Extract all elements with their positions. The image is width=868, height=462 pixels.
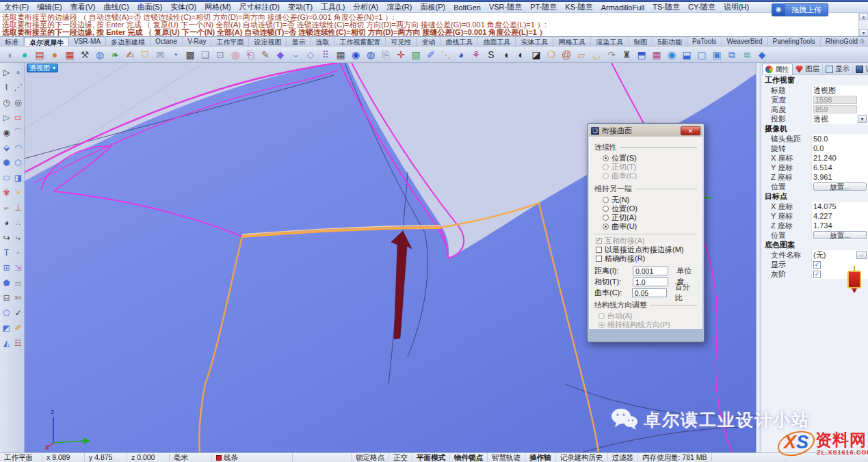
toolbar-tab[interactable]: RhinoGold — [821, 37, 863, 46]
property-row[interactable]: 位置 放置... 放置... 放置... 放置... ▾ ... — [762, 230, 868, 240]
toolbar-icon[interactable]: ◉ — [348, 48, 363, 62]
panel-scrollbar[interactable] — [757, 63, 761, 452]
menu-item[interactable]: ArmadilloFull — [597, 3, 649, 12]
toolbar-icon[interactable]: ● — [47, 48, 62, 62]
toolbar-tab[interactable]: 可见性 — [386, 37, 417, 46]
menu-item[interactable]: PT-随意 — [526, 2, 561, 12]
property-row[interactable]: Z 座标 3.961 3.961 3.961 3.961 ▾ ... — [762, 172, 868, 182]
tool-icon[interactable]: ✓ — [12, 305, 24, 321]
dialog-title-bar[interactable]: ❏ 衔接曲面 ✕ — [589, 125, 702, 137]
property-value[interactable]: 14.075 — [813, 202, 837, 210]
property-row[interactable]: 标题 透视图 透视图 透视图 透视图 ▾ ... — [762, 85, 868, 95]
gear-icon[interactable]: ⚙ — [859, 38, 865, 45]
toolbar-icon[interactable]: ◍ — [92, 48, 107, 62]
tool-icon[interactable]: ◎ — [12, 95, 24, 110]
status-toggle[interactable]: 记录建构历史 — [556, 453, 608, 462]
linetype-cell[interactable]: 线条 — [212, 453, 293, 462]
toolbar-icon[interactable]: ● — [17, 48, 32, 62]
tool-icon[interactable]: ∘ — [12, 65, 24, 80]
toolbar-icon[interactable]: ❏ — [198, 48, 213, 62]
toolbar-icon[interactable]: ⎗ — [243, 48, 258, 62]
toolbar-icon[interactable]: ▣ — [709, 48, 724, 62]
menu-item[interactable]: 查看(V) — [66, 2, 100, 12]
toolbar-tab[interactable]: 制图 — [629, 37, 653, 46]
toolbar-tab[interactable]: 曲面工具 — [478, 37, 516, 46]
status-toggle[interactable]: 正交 — [389, 453, 412, 462]
tool-icon[interactable]: T — [1, 245, 12, 260]
toolbar-tab[interactable]: PanelingTools — [768, 37, 821, 46]
toolbar-tab[interactable]: WeaverBird — [722, 37, 768, 46]
property-value[interactable]: 50.0 — [813, 135, 828, 143]
menu-item[interactable]: 实体(O) — [166, 2, 200, 12]
tool-icon[interactable]: ⊞ — [1, 260, 12, 275]
status-toggle[interactable]: 物件锁点 — [450, 453, 488, 462]
property-value[interactable]: 透视图 — [813, 85, 836, 96]
radio-option[interactable]: 曲率(U) — [603, 222, 697, 231]
value-input[interactable]: 0.001 — [633, 267, 668, 275]
menu-item[interactable]: BoltGen — [449, 3, 485, 12]
property-value[interactable]: 1.734 — [813, 221, 832, 230]
property-row[interactable]: 底色图案 ▾ ... — [762, 240, 868, 250]
toolbar-icon[interactable]: ❧ — [107, 48, 122, 62]
toolbar-icon[interactable]: ◉ — [664, 48, 679, 62]
tool-icon[interactable]: ◷ — [1, 95, 12, 110]
menu-item[interactable]: TS-随意 — [648, 2, 684, 12]
toolbar-icon[interactable]: ⎘ — [378, 48, 393, 62]
tool-icon[interactable]: ⌇ — [1, 80, 12, 95]
checkbox[interactable]: ✓ — [813, 261, 821, 269]
menu-item[interactable]: 面板(P) — [416, 2, 449, 12]
toolbar-icon[interactable]: ⬓ — [679, 48, 694, 62]
tool-icon[interactable]: ⌐ — [1, 200, 12, 215]
toolbar-tab[interactable]: 实体工具 — [516, 37, 553, 46]
tool-icon[interactable]: ⤷ — [12, 230, 24, 245]
status-cell[interactable]: 毫米 — [170, 453, 212, 462]
toolbar-icon[interactable]: ≋ — [739, 48, 754, 62]
property-value[interactable]: 0.0 — [813, 144, 824, 152]
tool-icon[interactable]: ⋰ — [12, 80, 24, 95]
radio-option[interactable]: 曲率(C) — [603, 172, 697, 180]
tool-icon[interactable]: ⬟ — [1, 275, 12, 290]
toolbar-icon[interactable]: ⧉ — [724, 48, 739, 62]
menu-item[interactable]: 说明(H) — [720, 2, 753, 12]
property-row[interactable]: X 座标 14.075 14.075 14.075 14.075 ▾ ... — [762, 202, 868, 211]
toolbar-icon[interactable]: ▤ — [32, 48, 47, 62]
tool-icon[interactable]: ⬡ — [12, 155, 24, 170]
value-input[interactable]: 1.0 — [633, 277, 668, 286]
property-row[interactable]: 投影 透视 透视 透视 透视 ▾ ... — [762, 114, 868, 124]
scroll-up-icon[interactable]: ▲ — [859, 13, 868, 20]
status-cell[interactable]: z 0.000 — [127, 453, 170, 462]
toolbar-icon[interactable]: ▢ — [694, 48, 709, 62]
tool-icon[interactable]: ✾ — [1, 185, 12, 200]
tool-icon[interactable]: ◕ — [1, 215, 12, 230]
menu-item[interactable]: 尺寸标注(D) — [235, 2, 284, 12]
tool-icon[interactable]: ▫ — [12, 245, 24, 260]
property-row[interactable]: 宽度 1598 1598 1598 1598 ▾ ... — [762, 95, 868, 105]
menu-item[interactable]: KS-随意 — [561, 2, 596, 12]
toolbar-icon[interactable]: ✉ — [153, 48, 168, 62]
tool-icon[interactable]: ⬭ — [1, 170, 12, 185]
property-row[interactable]: 旋转 0.0 0.0 0.0 0.0 ▾ ... — [762, 144, 868, 153]
property-row[interactable]: 摄像机 ▾ ... — [762, 124, 868, 134]
menu-item[interactable]: 曲线(C) — [99, 2, 133, 12]
command-history[interactable]: 选取要衔接至的边缘段 （ 自动连锁(A)=否 连锁连续性(C)=相切 方向(D)… — [0, 13, 868, 37]
tool-icon[interactable]: ▭ — [12, 110, 24, 125]
toolbar-icon[interactable]: ◐ — [514, 48, 529, 62]
toolbar-tab[interactable]: 5新功能 — [653, 37, 687, 46]
tool-icon[interactable]: ▷ — [1, 110, 12, 125]
toolbar-tab[interactable]: VSR-MA — [69, 37, 106, 46]
checkbox-option[interactable]: 精确衔接(R) — [596, 254, 697, 263]
menu-item[interactable]: 工具(L) — [317, 2, 349, 12]
toolbar-icon[interactable]: ✐ — [423, 48, 438, 62]
drag-upload-button[interactable]: ❋ 拖拽上传 — [772, 3, 828, 16]
toolbar-tab[interactable]: 显示 — [287, 37, 311, 46]
property-value[interactable]: 21.240 — [813, 154, 837, 162]
status-toggle[interactable]: 平面模式 — [412, 453, 450, 462]
toolbar-tab[interactable]: 渲染工具 — [591, 37, 629, 46]
tool-icon[interactable]: ✄ — [12, 290, 24, 305]
menu-item[interactable]: 网格(M) — [200, 2, 235, 12]
tool-icon[interactable]: ∴ — [12, 215, 24, 230]
toolbar-icon[interactable]: S — [484, 48, 499, 62]
toolbar-icon[interactable]: ⬒ — [634, 48, 649, 62]
toolbar-icon[interactable]: ◡ — [589, 48, 604, 62]
toolbar-tab[interactable]: 曲线工具 — [440, 37, 478, 46]
